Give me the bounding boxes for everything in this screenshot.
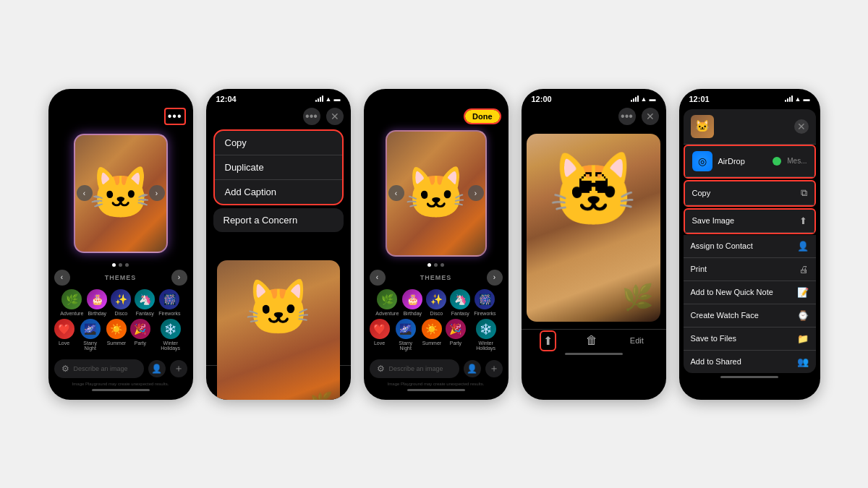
themes-next-3[interactable]: › [487,270,503,286]
more-btn-2[interactable]: ••• [303,108,320,125]
input-placeholder-3: Describe an image [389,365,443,372]
dot-2 [119,263,122,267]
image-input-1[interactable]: ⚙ Describe an image [54,359,144,378]
gear-icon-1: ⚙ [61,364,69,374]
watchface-action-5[interactable]: Create Watch Face ⌚ [684,304,816,328]
theme-fantasy-label: Fantasy [136,311,154,316]
theme-party-icon: 🎉 [130,319,150,339]
close-btn-4[interactable]: ✕ [642,108,659,125]
theme-fireworks[interactable]: 🎆Fireworks [158,289,180,316]
menu-report-2[interactable]: Report a Concern [213,208,344,232]
close-share-5[interactable]: ✕ [794,119,809,134]
copy-row-5: Copy ⧉ [684,180,816,207]
theme-winter[interactable]: ❄️Winter Holidays [154,319,187,351]
theme-fantasy-icon: 🦄 [135,289,155,309]
save-row-5: Save Image ⬆ [684,208,816,234]
battery-icon-2: ▬ [334,95,341,103]
more-button-1[interactable]: ••• [164,108,186,125]
status-bar-1 [48,89,193,106]
close-btn-2[interactable]: ✕ [326,108,344,125]
add-btn-1[interactable]: ＋ [170,360,187,377]
dot-3 [125,263,129,267]
print-action-5[interactable]: Print 🖨 [684,258,816,281]
disclaimer-1: Image Playground may create unexpected r… [48,381,193,387]
themes-row2-1: ❤️Love 🌌Starry Night ☀️Summer 🎉Party ❄️W… [54,319,187,351]
share-highlight-4 [540,330,556,351]
themes-prev-1[interactable]: ‹ [54,270,70,286]
theme-starry-icon: 🌌 [80,319,101,339]
shared-label-5: Add to Shared [691,357,741,366]
wifi-icon-4: ▲ [641,95,647,103]
theme-disco-label: Disco [115,311,128,316]
themes-row1-1: 🌿Adventure 🎂Birthday ✨Disco 🦄Fantasy 🎆Fi… [54,289,187,316]
themes-section-3: ‹ THEMES › 🌿Adventure 🎂Birthday ✨Disco 🦄… [364,267,509,356]
copy-action-5[interactable]: Copy ⧉ [685,181,814,205]
theme-love[interactable]: ❤️Love [54,319,75,351]
save-icon-5: ⬆ [799,215,807,226]
theme-birthday[interactable]: 🎂Birthday [87,289,107,316]
themes-next-1[interactable]: › [171,270,187,286]
messages-label-5: Mes... [787,157,807,165]
themes-header-1: ‹ THEMES › [54,270,187,286]
cat-lower-area-2: 🐱 🌿 [206,235,351,365]
share-btn-wrapper-4: ⬆ [543,334,553,348]
theme-summer-label: Summer [107,341,126,346]
menu-duplicate-2[interactable]: Duplicate [215,155,342,180]
theme-adventure[interactable]: 🌿Adventure [60,289,83,316]
airdrop-label-5: AirDrop [718,157,767,166]
top-bar-3: Done [364,106,509,127]
avatar-btn-1[interactable]: 👤 [148,360,166,377]
time-2: 12:04 [216,95,237,103]
screen2: 12:04 ▲ ▬ ••• ✕ Copy Duplicate Add Capti… [206,89,351,400]
edit-btn-4[interactable]: Edit [630,336,644,345]
save-action-5[interactable]: Save Image ⬆ [685,210,814,233]
menu-add-caption-2[interactable]: Add Caption [215,180,342,204]
status-bar-2: 12:04 ▲ ▬ [206,89,351,106]
time-5: 12:01 [689,95,710,103]
bottom-input-3: ⚙ Describe an image 👤 ＋ [364,356,509,381]
airdrop-row-5: ◎ AirDrop Mes... [684,145,816,179]
theme-party[interactable]: 🎉Party [130,319,150,351]
watchface-icon-5: ⌚ [797,310,809,321]
cat-image-3: 🐱 [386,130,487,257]
wifi-icon-5: ▲ [795,95,801,103]
themes-section-1: ‹ THEMES › 🌿Adventure 🎂Birthday ✨Disco 🦄… [48,267,193,356]
themes-prev-3[interactable]: ‹ [370,270,386,286]
top-bar-1: ••• [48,106,193,127]
more-btn-4[interactable]: ••• [618,108,636,125]
savefiles-action-5[interactable]: Save to Files 📁 [684,328,816,351]
menu-copy-2[interactable]: Copy [215,131,342,155]
shared-action-5[interactable]: Add to Shared 👥 [684,351,816,373]
top-bar-2: ••• ✕ [206,106,351,127]
quicknote-icon-5: 📝 [797,287,809,298]
theme-summer[interactable]: ☀️Summer [106,319,127,351]
add-btn-3[interactable]: ＋ [485,360,503,377]
themes-header-3: ‹ THEMES › [370,270,503,286]
assign-action-5[interactable]: Assign to Contact 👤 [684,235,816,258]
theme-disco[interactable]: ✨Disco [111,289,131,316]
trash-icon-4[interactable]: 🗑 [586,334,597,347]
themes-row2-3: ❤️Love 🌌Starry Night ☀️Summer 🎉Party ❄️W… [370,319,503,351]
theme-fantasy[interactable]: 🦄Fantasy [135,289,155,316]
airdrop-icon-5: ◎ [692,151,712,171]
theme-starry-label: Starry Night [78,341,103,351]
avatar-btn-3[interactable]: 👤 [464,360,481,377]
airdrop-item-5[interactable]: ◎ AirDrop Mes... [685,146,814,177]
status-bar-4: 12:00 ▲ ▬ [522,89,666,106]
theme-fireworks-label: Fireworks [158,311,180,316]
theme-fireworks-icon: 🎆 [159,289,179,309]
print-icon-5: 🖨 [799,264,809,275]
cat-image-1: 🐱 [74,134,168,253]
theme-winter-label: Winter Holidays [154,341,187,351]
copy-label-5: Copy [692,189,711,197]
quicknote-action-5[interactable]: Add to New Quick Note 📝 [684,281,816,304]
input-placeholder-1: Describe an image [74,365,128,372]
done-btn-3[interactable]: Done [464,108,501,124]
theme-adventure-label: Adventure [60,311,83,316]
theme-starry[interactable]: 🌌Starry Night [78,319,103,351]
share-sheet-5: 🐱 ✕ ◎ AirDrop Mes... Copy ⧉ [684,109,816,373]
gear-icon-3: ⚙ [377,364,385,374]
image-input-3[interactable]: ⚙ Describe an image [370,359,459,378]
battery-icon-4: ▬ [650,95,656,103]
theme-summer-icon: ☀️ [106,319,127,339]
